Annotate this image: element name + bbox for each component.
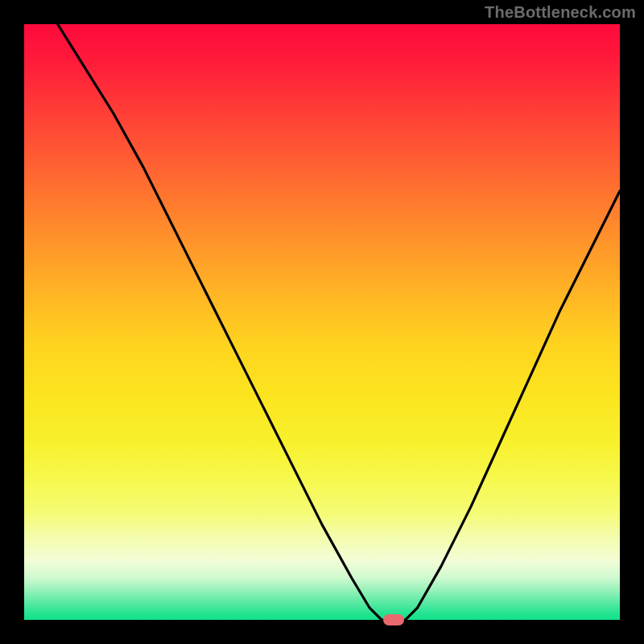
chart-frame: TheBottleneck.com — [0, 0, 644, 644]
optimal-point-marker — [383, 614, 404, 625]
bottleneck-curve — [24, 24, 620, 620]
plot-area — [24, 24, 620, 620]
watermark-text: TheBottleneck.com — [485, 3, 636, 22]
